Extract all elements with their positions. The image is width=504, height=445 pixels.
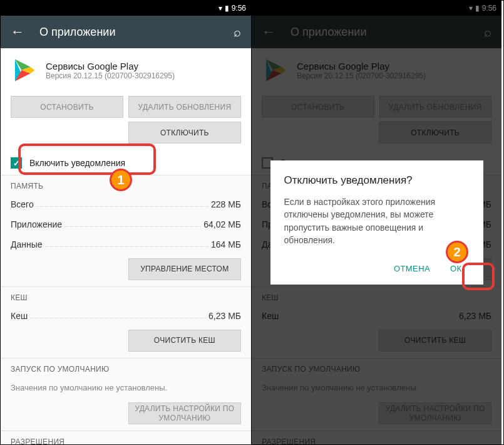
launch-header: ЗАПУСК ПО УМОЛЧАНИЮ [1, 359, 251, 377]
cache-header: КЕШ [1, 287, 251, 306]
clear-defaults-button[interactable]: УДАЛИТЬ НАСТРОЙКИ ПО УМОЛЧАНИЮ [128, 402, 241, 424]
content: Сервисы Google Play Версия 20.12.15 (020… [1, 48, 251, 444]
uninstall-updates-button[interactable]: УДАЛИТЬ ОБНОВЛЕНИЯ [128, 96, 241, 118]
app-bar: ← О приложении ⌕ [1, 16, 251, 48]
app-info: Сервисы Google Play Версия 20.12.15 (020… [1, 48, 251, 92]
manage-space-button[interactable]: УПРАВЛЕНИЕ МЕСТОМ [128, 258, 241, 280]
permissions-header: РАЗРЕШЕНИЯ [1, 431, 251, 444]
disable-button[interactable]: ОТКЛЮЧИТЬ [128, 122, 241, 144]
app-version: Версия 20.12.15 (020700-302916295) [46, 71, 175, 80]
battery-icon: ▮ [225, 4, 229, 13]
modal-overlay: Отключить уведомления? Если в настройках… [252, 1, 501, 444]
stop-button[interactable]: ОСТАНОВИТЬ [11, 96, 123, 118]
ok-button[interactable]: ОК [443, 259, 470, 278]
memory-header: ПАМЯТЬ [1, 175, 251, 194]
clock: 9:56 [232, 4, 246, 13]
left-screenshot: ▾ ▮ 9:56 ← О приложении ⌕ Сервисы Google… [1, 1, 251, 444]
disable-notifications-dialog: Отключить уведомления? Если в настройках… [270, 160, 483, 285]
notifications-row[interactable]: ✓ Включить уведомления [1, 151, 251, 175]
clear-cache-button[interactable]: ОЧИСТИТЬ КЕШ [128, 330, 241, 352]
notifications-label: Включить уведомления [29, 158, 125, 168]
play-services-icon [11, 57, 37, 83]
back-icon[interactable]: ← [11, 24, 24, 40]
launch-text: Значения по умолчанию не установлены. [1, 377, 251, 399]
status-bar: ▾ ▮ 9:56 [1, 1, 251, 16]
notifications-checkbox[interactable]: ✓ [11, 157, 22, 169]
dialog-title: Отключить уведомления? [284, 174, 470, 187]
search-icon[interactable]: ⌕ [234, 25, 241, 39]
right-screenshot: ▾ ▮ 9:56 ← О приложении ⌕ Сервисы Google… [251, 1, 501, 444]
appbar-title: О приложении [39, 26, 219, 39]
dialog-text: Если в настройках этого приложения отклю… [284, 196, 470, 246]
signal-icon: ▾ [219, 4, 222, 13]
app-name: Сервисы Google Play [46, 61, 175, 71]
cancel-button[interactable]: ОТМЕНА [386, 259, 438, 278]
